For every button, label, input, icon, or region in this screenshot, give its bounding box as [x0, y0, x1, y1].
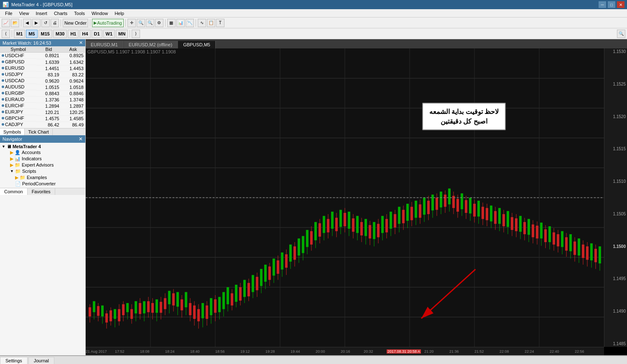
- chart-tab-eurusd-m2[interactable]: EURUSD,M2 (offline): [124, 41, 178, 48]
- nav-item-examples[interactable]: ▶ 📁 Examples: [0, 174, 85, 181]
- market-watch-panel: Market Watch: 16:24:53 ✕ Symbol Bid Ask …: [0, 39, 85, 135]
- svg-rect-208: [486, 208, 488, 220]
- period-d1-btn[interactable]: D1: [92, 30, 102, 38]
- time-1856: 18:56: [215, 349, 225, 354]
- menu-insert[interactable]: Insert: [32, 10, 51, 17]
- market-watch-row[interactable]: USDJPY 83.19 83.22: [0, 71, 85, 78]
- mw-cell-symbol: EURGBP: [0, 90, 36, 96]
- nav-item-expert-advisors[interactable]: ▶ 📁 Expert Advisors: [0, 162, 85, 168]
- chart-tab-eurusd-m1[interactable]: EURUSD,M1: [86, 41, 123, 48]
- close-button[interactable]: ✕: [617, 1, 624, 8]
- svg-rect-42: [139, 303, 141, 314]
- menu-help[interactable]: Help: [111, 10, 127, 17]
- open-btn[interactable]: 📂: [11, 19, 19, 27]
- nav-tab-common[interactable]: Common: [0, 188, 28, 195]
- period-m15-btn[interactable]: M15: [38, 30, 52, 38]
- mw-cell-bid: 1.4575: [36, 115, 61, 121]
- market-watch-row[interactable]: EURJPY 120.21 120.25: [0, 109, 85, 115]
- svg-rect-78: [214, 299, 217, 313]
- properties-btn[interactable]: ⚙: [155, 19, 163, 27]
- mw-cell-symbol: EURAUD: [0, 96, 36, 103]
- market-watch-row[interactable]: GBPUSD 1.6339 1.6342: [0, 59, 85, 65]
- nav-accounts-icon: ▶: [10, 150, 13, 155]
- indicator2-btn[interactable]: 📋: [207, 19, 215, 27]
- indicator1-btn[interactable]: ∿: [198, 19, 206, 27]
- minimize-button[interactable]: ─: [599, 1, 606, 8]
- scrollright-btn[interactable]: ⟩: [132, 30, 140, 38]
- symbol-dot-icon: [2, 54, 4, 57]
- market-watch-row[interactable]: EURAUD 1.3736 1.3748: [0, 96, 85, 103]
- svg-rect-168: [402, 210, 405, 223]
- menu-file[interactable]: File: [2, 10, 16, 17]
- refresh-btn[interactable]: ↺: [41, 19, 50, 27]
- market-watch-row[interactable]: USDCHF 0.8921 0.8925: [0, 53, 85, 59]
- market-watch-row[interactable]: EURGBP 0.8843 0.8846: [0, 90, 85, 96]
- menu-charts[interactable]: Charts: [51, 10, 71, 17]
- mw-col-ask: Ask: [61, 46, 85, 53]
- template-btn[interactable]: T: [216, 19, 224, 27]
- mw-cell-ask: 1.4585: [61, 115, 85, 121]
- mw-cell-bid: 83.19: [36, 71, 61, 78]
- autotrading-btn[interactable]: ▶ AutoTrading: [92, 19, 124, 27]
- market-watch-row[interactable]: AUDUSD 1.0515 1.0518: [0, 84, 85, 90]
- nav-indicators-icon: ▶: [10, 156, 13, 162]
- mw-tab-tickchart[interactable]: Tick Chart: [25, 129, 53, 135]
- period-w1-btn[interactable]: W1: [103, 30, 115, 38]
- navigator-close-icon[interactable]: ✕: [79, 136, 83, 142]
- sep5: [165, 19, 166, 27]
- chart-info-label: GBPUSD,M5 1.1907 1.1908 1.1907 1.1908: [87, 49, 176, 54]
- fwd-btn[interactable]: ▶: [32, 19, 41, 27]
- nav-tab-favorites[interactable]: Favorites: [28, 188, 55, 195]
- svg-rect-196: [461, 193, 463, 209]
- period-h4-btn[interactable]: H4: [79, 30, 90, 38]
- menu-window[interactable]: Window: [88, 10, 111, 17]
- market-watch-row[interactable]: USDCAD 0.9620 0.9624: [0, 78, 85, 84]
- maximize-button[interactable]: □: [608, 1, 615, 8]
- mw-tab-symbols[interactable]: Symbols: [0, 129, 25, 135]
- svg-rect-90: [239, 287, 242, 301]
- svg-rect-166: [398, 207, 400, 224]
- nav-item-periodconverter[interactable]: 📄 PeriodConverter: [0, 181, 85, 187]
- nav-scripts-folder-icon: 📁: [15, 169, 21, 174]
- menu-view[interactable]: View: [16, 10, 33, 17]
- new-chart-btn[interactable]: 📈: [2, 19, 10, 27]
- back-btn[interactable]: ◀: [23, 19, 31, 27]
- market-watch-row[interactable]: GBPCHF 1.4575 1.4585: [0, 115, 85, 121]
- bottom-tab-journal[interactable]: Journal: [28, 357, 54, 364]
- chart-type3-btn[interactable]: 📉: [186, 19, 194, 27]
- time-1808: 18:08: [140, 349, 150, 354]
- period-m5-btn[interactable]: M5: [26, 30, 37, 38]
- print-btn[interactable]: 🖨: [51, 19, 59, 27]
- navigator-title: Navigator: [3, 136, 22, 142]
- chart-type2-btn[interactable]: 📊: [176, 19, 185, 27]
- mw-cell-ask: 0.9624: [61, 78, 85, 84]
- scrollleft-btn[interactable]: ⟨: [2, 30, 10, 38]
- crosshair-btn[interactable]: ✛: [127, 19, 136, 27]
- new-order-btn[interactable]: New Order: [63, 19, 88, 27]
- nav-item-metatrader4[interactable]: ▼ 🖥 MetaTrader 4: [0, 144, 85, 149]
- nav-item-accounts[interactable]: ▶ 👤 Accounts: [0, 149, 85, 156]
- period-m1-btn[interactable]: M1: [14, 30, 25, 38]
- zoom-out-btn[interactable]: 🔍: [146, 19, 154, 27]
- search-btn[interactable]: 🔍: [617, 30, 625, 38]
- period-h1-btn[interactable]: H1: [68, 30, 79, 38]
- period-m30-btn[interactable]: M30: [53, 30, 67, 38]
- menu-tools[interactable]: Tools: [71, 10, 88, 17]
- bottom-tab-settings[interactable]: Settings: [0, 357, 28, 364]
- market-watch-row[interactable]: CADJPY 86.42 86.49: [0, 121, 85, 128]
- market-watch-close-icon[interactable]: ✕: [79, 40, 83, 46]
- zoom-in-btn[interactable]: 🔍: [137, 19, 145, 27]
- svg-rect-44: [143, 301, 145, 313]
- svg-rect-62: [181, 299, 183, 310]
- chart-main[interactable]: GBPUSD,M5 1.1907 1.1908 1.1907 1.1908: [86, 48, 627, 355]
- chart-tab-gbpusd-m5[interactable]: GBPUSD,M5: [178, 41, 216, 48]
- nav-item-indicators[interactable]: ▶ 📊 Indicators: [0, 156, 85, 162]
- market-watch-row[interactable]: EURCHF 1.2894 1.2897: [0, 103, 85, 109]
- svg-rect-24: [101, 306, 104, 316]
- chart-type1-btn[interactable]: ▦: [167, 19, 176, 27]
- market-watch-row[interactable]: EURUSD 1.4451 1.4453: [0, 65, 85, 71]
- mw-cell-ask: 1.2897: [61, 103, 85, 109]
- period-mn-btn[interactable]: MN: [116, 30, 128, 38]
- mw-cell-ask: 86.49: [61, 121, 85, 128]
- nav-item-scripts[interactable]: ▼ 📁 Scripts: [0, 168, 85, 174]
